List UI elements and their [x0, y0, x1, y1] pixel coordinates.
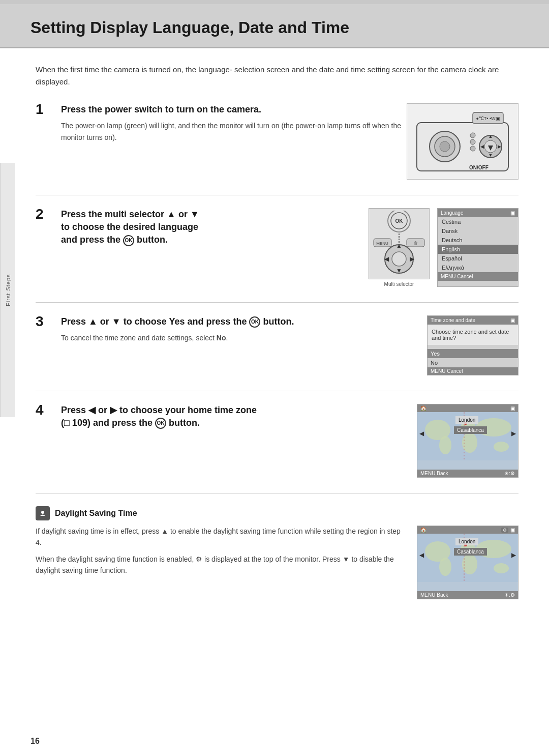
tz-header-text: Time zone and date	[431, 317, 475, 323]
daylight-map-footer: MENU Back ☀:⚙	[417, 591, 518, 599]
svg-text:◀: ◀	[480, 144, 484, 149]
selector-svg: OK MENU 🗑 ▲	[371, 211, 427, 277]
step-4-content: Press ◀ or ▶ to choose your home time zo…	[61, 404, 417, 433]
daylight-text-1: If daylight saving time is in effect, pr…	[36, 526, 407, 548]
step-4-heading: Press ◀ or ▶ to choose your home time zo…	[61, 404, 417, 429]
step-2: 2 Press the multi selector ▲ or ▼to choo…	[36, 208, 518, 287]
map-arrow-right: ▶	[511, 430, 516, 437]
svg-text:▲: ▲	[396, 242, 402, 249]
divider-4	[36, 493, 518, 493]
step-3-description: To cancel the time zone and date setting…	[61, 332, 417, 343]
language-header-icon: ▣	[510, 210, 515, 216]
daylight-map-london: London	[455, 538, 478, 545]
divider-2	[36, 302, 518, 303]
step-1-content: Press the power switch to turn on the ca…	[61, 103, 407, 143]
map-arrow-left: ◀	[419, 430, 424, 437]
step-3-heading: Press ▲ or ▼ to choose Yes and press the…	[61, 315, 417, 328]
multi-selector-wrap: OK MENU 🗑 ▲	[369, 208, 430, 287]
title-area: Setting Display Language, Date and Time	[0, 4, 549, 48]
daylight-map-arrow-right: ▶	[511, 551, 516, 559]
tz-no: No	[428, 358, 518, 367]
daylight-map-icons: ⚙ ▣	[501, 527, 515, 533]
lang-item-1: Dansk	[438, 226, 518, 236]
main-content: When the first time the camera is turned…	[0, 48, 549, 625]
step-1-heading: Press the power switch to turn on the ca…	[61, 103, 407, 116]
language-screen-footer: MENU Cancel	[438, 272, 518, 281]
step-2-images: OK MENU 🗑 ▲	[369, 208, 518, 287]
lang-item-0: Čeština	[438, 217, 518, 226]
svg-point-45	[439, 558, 451, 576]
language-screen-header: Language ▣	[438, 209, 518, 217]
map-header-right: ▣	[510, 405, 515, 411]
daylight-section: Daylight Saving Time If daylight saving …	[36, 506, 518, 599]
svg-point-16	[470, 146, 475, 151]
step-3-number: 3	[36, 313, 61, 330]
svg-point-42	[41, 511, 44, 514]
step-3: 3 Press ▲ or ▼ to choose Yes and press t…	[36, 315, 518, 375]
language-header-text: Language	[441, 210, 464, 216]
lang-item-5: Ελληνικά	[438, 263, 518, 272]
daylight-map-screen: 🏠 ⚙ ▣	[417, 526, 518, 599]
daylight-texts: If daylight saving time is in effect, pr…	[36, 526, 407, 581]
svg-point-25	[392, 252, 406, 266]
language-screen: Language ▣ Čeština Dansk Deutsch English…	[437, 208, 518, 287]
map-body: London Casablanca ▶ ◀	[417, 412, 518, 460]
camera-diagram: ●℃T• •W▣ ▲ ▼ ◀ ▶ ON/OFF	[407, 103, 518, 180]
map-footer-left: MENU Back	[420, 471, 448, 476]
step-1-description: The power-on lamp (green) will light, an…	[61, 120, 407, 143]
tz-body-text: Choose time zone and set date and time?	[432, 329, 509, 341]
svg-text:▲: ▲	[489, 134, 493, 139]
map-header: 🏠 ▣	[417, 404, 518, 412]
ok-button-symbol-4: OK	[155, 418, 166, 429]
daylight-svg-icon	[38, 508, 48, 518]
divider-3	[36, 391, 518, 391]
svg-text:OK: OK	[395, 218, 404, 224]
svg-point-37	[494, 442, 509, 452]
svg-text:ON/OFF: ON/OFF	[469, 165, 489, 170]
svg-text:MENU: MENU	[376, 241, 388, 246]
lang-item-3: English	[438, 245, 518, 254]
camera-top-svg: ●℃T• •W▣ ▲ ▼ ◀ ▶ ON/OFF	[412, 107, 513, 176]
svg-text:◀: ◀	[384, 255, 389, 263]
svg-text:▼: ▼	[489, 153, 493, 158]
svg-text:▶: ▶	[498, 144, 501, 149]
step-3-content: Press ▲ or ▼ to choose Yes and press the…	[61, 315, 417, 344]
tz-yes: Yes	[428, 349, 518, 358]
svg-point-3	[440, 141, 450, 152]
selector-diagram: OK MENU 🗑 ▲	[369, 208, 430, 279]
header-bar	[0, 0, 549, 4]
lang-item-4: Español	[438, 254, 518, 263]
daylight-text-2: When the daylight saving time function i…	[36, 554, 407, 576]
divider-1	[36, 195, 518, 195]
svg-text:▶: ▶	[410, 255, 415, 263]
map-casablanca: Casablanca	[454, 426, 487, 434]
lang-item-2: Deutsch	[438, 236, 518, 245]
daylight-title: Daylight Saving Time	[55, 509, 137, 518]
timezone-screen-wrap: Time zone and date ▣ Choose time zone an…	[427, 315, 518, 375]
ok-button-symbol: OK	[123, 235, 134, 246]
daylight-map-arrow-left: ◀	[419, 551, 424, 559]
daylight-map-body: London Casablanca ▶ ◀	[417, 534, 518, 582]
dst-icon: ⚙	[501, 528, 508, 533]
step-4: 4 Press ◀ or ▶ to choose your home time …	[36, 404, 518, 478]
daylight-map-footer-left: MENU Back	[420, 592, 448, 598]
daylight-header: Daylight Saving Time	[36, 506, 518, 520]
multi-selector-label: Multi selector	[384, 281, 414, 287]
timezone-screen: Time zone and date ▣ Choose time zone an…	[427, 315, 518, 375]
map-footer-right: ☀:⚙	[504, 471, 515, 476]
dst-separator: ▣	[510, 527, 515, 533]
step-1: 1 Press the power switch to turn on the …	[36, 103, 518, 180]
svg-text:●℃T• •W▣: ●℃T• •W▣	[476, 116, 500, 121]
ok-button-symbol-3: OK	[249, 316, 260, 328]
page-title: Setting Display Language, Date and Time	[30, 18, 518, 37]
daylight-map-casablanca: Casablanca	[454, 548, 487, 556]
tz-header-icon: ▣	[510, 317, 515, 323]
tz-footer: MENU Cancel	[428, 367, 518, 375]
daylight-icon	[36, 506, 50, 520]
svg-point-15	[470, 139, 475, 144]
map-screen: 🏠 ▣	[417, 404, 518, 478]
map-header-icon: 🏠	[420, 405, 426, 411]
page: Setting Display Language, Date and Time …	[0, 0, 549, 756]
svg-text:▼: ▼	[396, 267, 402, 274]
intro-text: When the first time the camera is turned…	[36, 64, 518, 88]
